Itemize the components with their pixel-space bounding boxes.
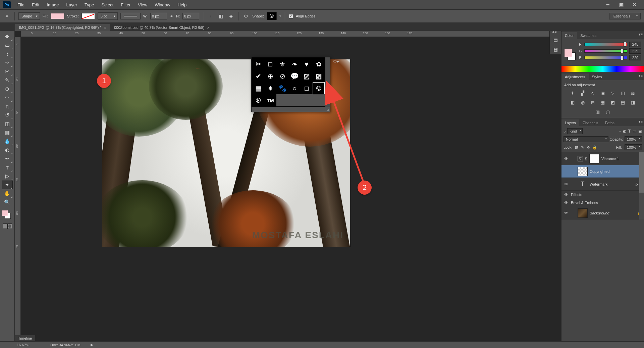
shape-copyright[interactable]: ©: [313, 82, 325, 94]
filter-adjust-icon[interactable]: ◐: [623, 129, 626, 134]
shape-diag-lines[interactable]: ▨: [301, 70, 313, 82]
panel-menu-icon[interactable]: ▾≡: [639, 119, 643, 124]
shape-paw[interactable]: 🐾: [276, 82, 288, 94]
layer-thumb[interactable]: [578, 208, 588, 218]
doc-size[interactable]: Doc: 34.9M/35.6M: [50, 343, 80, 347]
expand-panels-icon[interactable]: ◀◀: [552, 30, 556, 34]
shape-square-frame[interactable]: □: [264, 58, 276, 70]
tab-close-icon[interactable]: ×: [104, 26, 106, 30]
opacity-input[interactable]: 100%: [625, 136, 642, 142]
curves-icon[interactable]: ∿: [589, 90, 596, 96]
tool-mode-dropdown[interactable]: Shape: [18, 12, 40, 20]
properties-panel-icon[interactable]: ▦: [551, 45, 560, 54]
visibility-toggle-icon[interactable]: 👁: [564, 200, 569, 205]
type-tool[interactable]: T: [2, 163, 13, 172]
panel-menu-icon[interactable]: ▾≡: [639, 73, 643, 78]
threshold-icon[interactable]: ◨: [629, 99, 637, 106]
lock-paint-icon[interactable]: ✎: [581, 145, 584, 150]
paths-tab[interactable]: Paths: [602, 119, 618, 126]
visibility-toggle-icon[interactable]: 👁: [564, 156, 569, 161]
blur-tool[interactable]: 💧: [2, 137, 13, 146]
layer-effects-heading[interactable]: 👁 Effects: [561, 191, 644, 199]
fill-swatch[interactable]: [51, 13, 64, 19]
stroke-style-dropdown[interactable]: [120, 13, 141, 19]
fill-opacity-input[interactable]: 100%: [625, 144, 642, 150]
layers-tab[interactable]: Layers: [561, 119, 579, 126]
history-brush-tool[interactable]: ↺: [2, 111, 13, 119]
brush-tool[interactable]: ✏: [2, 93, 13, 102]
shape-preview[interactable]: ©: [267, 12, 277, 20]
swatches-tab[interactable]: Swatches: [577, 32, 600, 39]
menu-edit[interactable]: Edit: [29, 1, 43, 9]
pen-tool[interactable]: ✒: [2, 154, 13, 163]
shape-picker-menu-icon[interactable]: ⚙▸: [333, 59, 339, 64]
path-ops-icon[interactable]: ◈: [227, 12, 234, 20]
color-picker-tools[interactable]: [0, 210, 14, 221]
layer-name[interactable]: Copyrighted: [590, 169, 609, 173]
layer-name[interactable]: Vibrance 1: [601, 157, 619, 161]
custom-shape-picker[interactable]: ✂ □ ⚜ ❧ ♥ ✿ ✔ ⊕ ⊘ 💬 ▨ ▩ ▦ ✷ 🐾 ○ □: [251, 57, 330, 112]
eraser-tool[interactable]: ◫: [2, 119, 13, 128]
layer-link-icon[interactable]: ⎘: [585, 157, 587, 161]
menu-layer[interactable]: Layer: [63, 1, 81, 9]
layer-name[interactable]: Watermark: [590, 182, 607, 186]
channels-tab[interactable]: Channels: [579, 119, 601, 126]
red-value[interactable]: 245: [629, 42, 641, 47]
blue-slider[interactable]: [584, 56, 627, 59]
shape-checker[interactable]: ▩: [313, 70, 325, 82]
selective-color-icon[interactable]: ▢: [604, 108, 611, 115]
visibility-toggle-icon[interactable]: 👁: [564, 192, 569, 197]
shape-leaf[interactable]: ❧: [288, 58, 301, 70]
filter-shape-icon[interactable]: ▭: [633, 129, 636, 134]
styles-tab[interactable]: Styles: [589, 73, 605, 80]
shape-heart[interactable]: ♥: [301, 58, 313, 70]
layer-effect-bevel[interactable]: 👁 Bevel & Emboss: [561, 199, 644, 207]
menu-type[interactable]: Type: [81, 1, 97, 9]
document-tab-1[interactable]: IMG_0081.JPG @ 16.7% (Copyrighted, RGB/8…: [15, 24, 110, 31]
tab-close-icon[interactable]: ×: [207, 26, 209, 30]
balance-icon[interactable]: ⚖: [629, 90, 637, 96]
shape-fleur[interactable]: ⚜: [276, 58, 288, 70]
move-tool[interactable]: ✥: [2, 32, 13, 41]
gradient-map-icon[interactable]: ▥: [594, 108, 601, 115]
standard-mode-icon[interactable]: [3, 223, 7, 229]
layers-scrollbar[interactable]: [639, 152, 644, 219]
menu-filter[interactable]: Filter: [117, 1, 134, 9]
channel-mixer-icon[interactable]: ⊞: [589, 99, 596, 106]
path-select-tool[interactable]: ▷: [2, 172, 13, 181]
blend-mode-dropdown[interactable]: Normal: [564, 136, 608, 142]
crop-tool[interactable]: ✂: [2, 67, 13, 76]
shape-speech[interactable]: 💬: [288, 70, 301, 82]
vertical-ruler[interactable]: 0102030405060: [15, 37, 21, 341]
shape-burst[interactable]: ✷: [264, 82, 276, 94]
vibrance-icon[interactable]: ▽: [609, 90, 616, 96]
zoom-tool[interactable]: 🔍: [2, 198, 13, 207]
shape-no[interactable]: ⊘: [276, 70, 288, 82]
blue-value[interactable]: 229: [629, 55, 641, 60]
shape-blob[interactable]: ✿: [313, 58, 325, 70]
photo-filter-icon[interactable]: ◎: [579, 99, 586, 106]
layer-mask-thumb[interactable]: [589, 154, 599, 163]
red-slider[interactable]: [584, 43, 627, 46]
lock-position-icon[interactable]: ✥: [587, 145, 590, 150]
panel-menu-icon[interactable]: ▾≡: [639, 32, 643, 37]
path-align-icon[interactable]: ▫: [207, 12, 214, 20]
workspace-switcher[interactable]: Essentials: [609, 13, 641, 19]
lookup-icon[interactable]: ▦: [599, 99, 606, 106]
visibility-toggle-icon[interactable]: 👁: [564, 182, 569, 187]
color-tab[interactable]: Color: [561, 32, 577, 39]
invert-icon[interactable]: ◩: [609, 99, 616, 106]
visibility-toggle-icon[interactable]: 👁: [564, 211, 569, 215]
shape-dropdown-arrow-icon[interactable]: ▾: [279, 14, 281, 18]
marquee-tool[interactable]: ▭: [2, 41, 13, 50]
height-input[interactable]: [182, 13, 199, 19]
hand-tool[interactable]: ✋: [2, 189, 13, 198]
shape-check[interactable]: ✔: [252, 70, 264, 82]
stamp-tool[interactable]: ⎍: [2, 102, 13, 111]
shape-registered[interactable]: ®: [252, 94, 264, 106]
canvas-area[interactable]: 0102030405060708090100110120130140150160…: [15, 31, 644, 341]
link-wh-icon[interactable]: ⚭: [170, 14, 173, 19]
lasso-tool[interactable]: ⌇: [2, 50, 13, 58]
width-input[interactable]: [150, 13, 167, 19]
brightness-icon[interactable]: ☀: [569, 90, 576, 96]
